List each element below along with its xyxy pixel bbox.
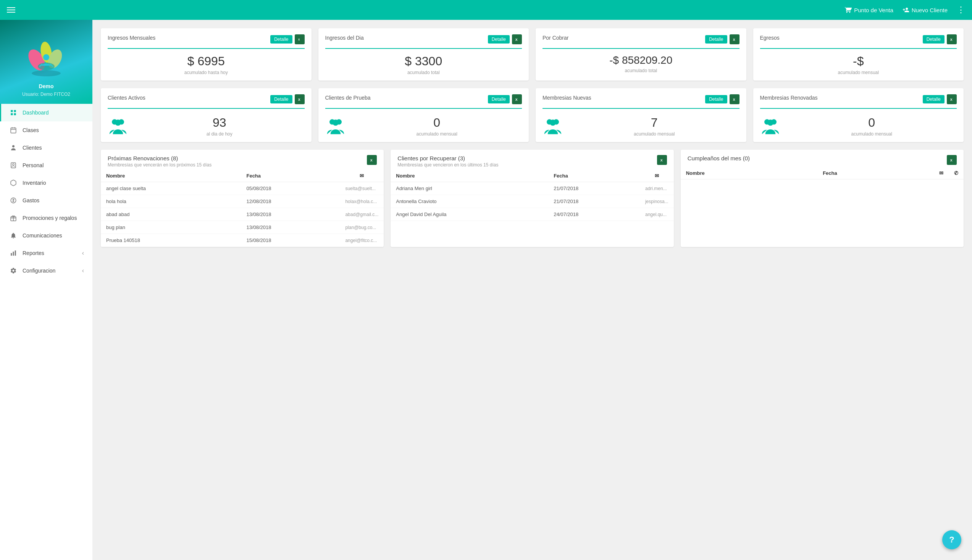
card-ingresos-mensuales-sub: acumulado hasta hoy: [108, 70, 305, 75]
help-fab[interactable]: ?: [942, 530, 961, 549]
card-membresias-nuevas-num-area: 7 acumulado mensual: [569, 116, 740, 137]
card-egresos-detalle-btn[interactable]: Detalle: [923, 35, 945, 43]
svg-text:X: X: [515, 38, 518, 42]
main-content: Ingresos Mensuales Detalle X $ 6995 acum…: [92, 20, 972, 560]
panel-renovaciones-header: Próximas Renovaciones (8) Membresías que…: [101, 150, 384, 170]
card-membresias-nuevas-value: 7: [569, 116, 740, 130]
card-clientes-activos: Clientes Activos Detalle X: [101, 88, 312, 142]
sidebar-item-promociones[interactable]: Promociones y regalos: [0, 209, 92, 227]
panel-recuperar-excel-btn[interactable]: X: [657, 155, 667, 165]
sidebar-item-comunicaciones[interactable]: Comunicaciones: [0, 227, 92, 244]
card-ingresos-mensuales-detalle-btn[interactable]: Detalle: [270, 35, 292, 43]
sidebar-item-configuracion[interactable]: Configuracion ‹: [0, 262, 92, 280]
panel-recuperar-title: Clientes por Recuperar (3): [397, 155, 498, 162]
hamburger-icon[interactable]: [7, 7, 15, 13]
svg-rect-12: [11, 128, 16, 133]
badge-icon: [10, 162, 17, 169]
more-options-icon[interactable]: ⋮: [957, 5, 965, 15]
panel-recuperar-title-area: Clientes por Recuperar (3) Membresías qu…: [397, 155, 498, 168]
card-clientes-prueba-excel-btn[interactable]: X: [512, 94, 522, 104]
chart-icon: [10, 249, 17, 257]
card-membresias-renovadas-num-area: 0 acumulado mensual: [787, 116, 957, 137]
table-row: Prueba 14051815/08/2018angel@fitco.c...: [101, 234, 384, 247]
card-egresos-excel-btn[interactable]: X: [947, 34, 957, 44]
nombre-cell: bug plan: [101, 221, 241, 234]
svg-text:X: X: [733, 98, 735, 102]
sidebar-item-dashboard[interactable]: Dashboard: [0, 104, 92, 122]
people-icon-2: [325, 117, 346, 135]
panel-renovaciones: Próximas Renovaciones (8) Membresías que…: [101, 150, 384, 247]
gear-icon: [10, 267, 17, 275]
sidebar-item-inventario[interactable]: Inventario: [0, 174, 92, 192]
panel-cumpleanos-excel-btn[interactable]: X: [947, 155, 957, 165]
card-por-cobrar-actions: Detalle X: [705, 34, 739, 44]
renovaciones-col-nombre: Nombre: [101, 170, 241, 182]
sidebar-user-name: Demo: [39, 83, 54, 89]
help-label: ?: [949, 535, 954, 545]
card-ingresos-mensuales-excel-btn[interactable]: X: [295, 34, 305, 44]
svg-point-36: [115, 120, 121, 126]
svg-text:X: X: [370, 158, 373, 162]
sidebar-item-label-comunicaciones: Comunicaciones: [23, 232, 62, 238]
card-membresias-nuevas-actions: Detalle X: [705, 94, 739, 104]
card-membresias-nuevas-detalle-btn[interactable]: Detalle: [705, 95, 727, 103]
card-por-cobrar-title: Por Cobrar: [542, 34, 569, 41]
card-clientes-prueba-actions: Detalle X: [488, 94, 522, 104]
add-person-icon: [902, 7, 909, 13]
nombre-cell: angel clase suelta: [101, 182, 241, 195]
svg-rect-11: [14, 113, 16, 115]
svg-text:X: X: [515, 98, 518, 102]
sidebar-item-clientes[interactable]: Clientes: [0, 139, 92, 157]
sidebar-item-personal[interactable]: Personal: [0, 157, 92, 174]
svg-point-41: [332, 120, 338, 126]
card-ingresos-mensuales-value: $ 6995: [108, 54, 305, 68]
card-membresias-renovadas-detalle-btn[interactable]: Detalle: [923, 95, 945, 103]
svg-point-46: [550, 120, 556, 126]
card-clientes-activos-detalle-btn[interactable]: Detalle: [270, 95, 292, 103]
svg-text:X: X: [733, 38, 735, 42]
card-ingresos-mensuales: Ingresos Mensuales Detalle X $ 6995 acum…: [101, 28, 312, 80]
card-clientes-prueba-detalle-btn[interactable]: Detalle: [488, 95, 510, 103]
cumpleanos-table: Nombre Fecha ✉ ✆: [681, 167, 964, 179]
panel-renovaciones-subtitle: Membresías que vencerán en los próximos …: [108, 162, 212, 168]
card-clientes-activos-body: 93 al dia de hoy: [108, 114, 305, 137]
sidebar-item-label-inventario: Inventario: [23, 180, 46, 186]
card-membresias-renovadas-excel-btn[interactable]: X: [947, 94, 957, 104]
card-ingresos-dia-actions: Detalle X: [488, 34, 522, 44]
brand-logo: [25, 39, 67, 81]
sidebar-item-reportes[interactable]: Reportes ‹: [0, 244, 92, 262]
punto-de-venta-btn[interactable]: Punto de Venta: [845, 7, 894, 13]
svg-text:X: X: [950, 158, 952, 162]
topnav: Punto de Venta Nuevo Cliente ⋮: [0, 0, 972, 20]
panel-renovaciones-excel-btn[interactable]: X: [367, 155, 377, 165]
svg-point-0: [32, 70, 61, 77]
card-por-cobrar-detalle-btn[interactable]: Detalle: [705, 35, 727, 43]
svg-point-51: [767, 120, 774, 126]
card-clientes-activos-actions: Detalle X: [270, 94, 304, 104]
sidebar-logo-area: Demo Usuario: Demo FITCO2: [22, 39, 70, 97]
sidebar-item-label-reportes: Reportes: [23, 250, 44, 256]
box-icon: [10, 179, 17, 187]
sidebar-item-label-gastos: Gastos: [23, 197, 39, 203]
nuevo-cliente-btn[interactable]: Nuevo Cliente: [902, 7, 947, 13]
card-por-cobrar-excel-btn[interactable]: X: [730, 34, 740, 44]
card-ingresos-dia-detalle-btn[interactable]: Detalle: [488, 35, 510, 43]
sidebar-item-label-configuracion: Configuracion: [23, 268, 55, 274]
card-clientes-activos-sub: al dia de hoy: [134, 131, 305, 137]
stats-row-1: Ingresos Mensuales Detalle X $ 6995 acum…: [101, 28, 964, 80]
card-membresias-renovadas-actions: Detalle X: [923, 94, 957, 104]
table-row: hola hola12/08/2018holax@hola.c...: [101, 195, 384, 208]
card-clientes-prueba-body: 0 acumulado mensual: [325, 114, 522, 137]
cumpleanos-col-nombre: Nombre: [681, 167, 818, 179]
sidebar-item-gastos[interactable]: Gastos: [0, 192, 92, 209]
card-membresias-nuevas-excel-btn[interactable]: X: [730, 94, 740, 104]
stats-row-2: Clientes Activos Detalle X: [101, 88, 964, 142]
card-clientes-activos-excel-btn[interactable]: X: [295, 94, 305, 104]
email-cell: angel@fitco.c...: [340, 234, 384, 247]
people-icon-3: [542, 117, 563, 135]
sidebar-item-clases[interactable]: Clases: [0, 122, 92, 139]
card-ingresos-dia-excel-btn[interactable]: X: [512, 34, 522, 44]
card-ingresos-mensuales-actions: Detalle X: [270, 34, 304, 44]
nombre-cell: Prueba 140518: [101, 234, 241, 247]
fecha-cell: 13/08/2018: [241, 208, 340, 221]
